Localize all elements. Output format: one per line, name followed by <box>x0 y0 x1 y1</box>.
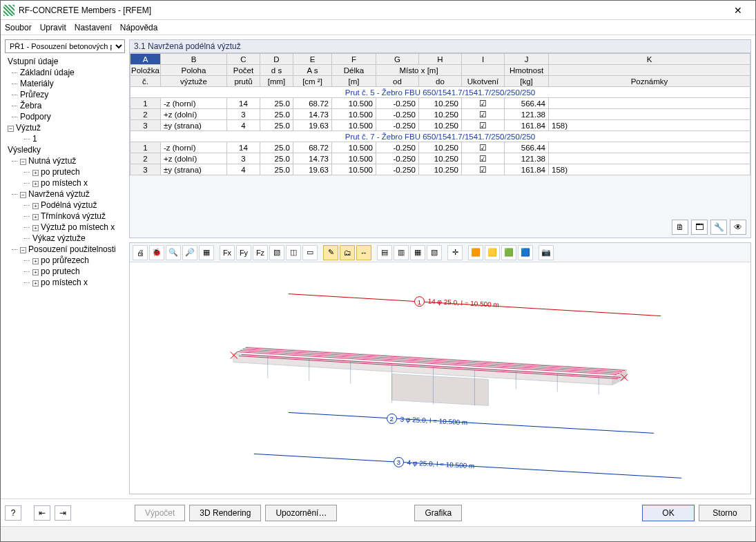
prev-icon[interactable]: ⇤ <box>34 505 50 521</box>
tree-required[interactable]: −Nutná výztuž <box>5 155 125 166</box>
tree-serv-members[interactable]: +po prutech <box>5 266 125 277</box>
graphics-button[interactable]: Grafika <box>414 505 462 521</box>
collapse-icon[interactable]: − <box>20 247 26 253</box>
tree-reinforcement[interactable]: −Výztuž <box>5 122 125 133</box>
layout1-icon[interactable]: ▤ <box>377 245 392 260</box>
render-button[interactable]: 3D Rendering <box>189 505 261 521</box>
col-K[interactable]: K <box>549 54 750 65</box>
expand-icon[interactable]: + <box>32 258 39 264</box>
tree-provided[interactable]: −Navržená výztuž <box>5 188 125 200</box>
tree-prov-stirrup[interactable]: +Třmínková výztuž <box>5 211 125 222</box>
eye-icon[interactable]: 👁 <box>730 220 746 235</box>
ok-button[interactable]: OK <box>642 505 695 521</box>
color2-icon[interactable]: 🟨 <box>485 245 500 260</box>
next-icon[interactable]: ⇥ <box>55 505 71 521</box>
menu-file[interactable]: Soubor <box>5 23 32 32</box>
col-C[interactable]: C <box>227 54 260 65</box>
axis-x-icon[interactable]: Fx <box>220 245 235 260</box>
expand-icon[interactable]: + <box>32 170 39 176</box>
collapse-icon[interactable]: − <box>20 192 26 198</box>
tree-reinforcement-1[interactable]: 1 <box>5 133 125 144</box>
close-icon[interactable]: ✕ <box>724 1 753 20</box>
menu-settings[interactable]: Nastavení <box>75 23 112 32</box>
label-n3: 3 <box>397 458 401 466</box>
tree-serv-sections[interactable]: +po průřezech <box>5 255 125 266</box>
col-E[interactable]: E <box>293 54 332 65</box>
tree-req-locations[interactable]: +po místech x <box>5 177 125 188</box>
expand-icon[interactable]: + <box>32 181 39 187</box>
swap-icon[interactable]: ↔ <box>356 245 371 260</box>
expand-icon[interactable]: + <box>32 269 39 275</box>
axis-y-icon[interactable]: Fy <box>236 245 251 260</box>
expand-icon[interactable]: + <box>32 203 39 209</box>
color4-icon[interactable]: 🟦 <box>518 245 533 260</box>
box-icon[interactable]: ▧ <box>269 245 284 260</box>
pen-icon[interactable]: ✎ <box>323 245 338 260</box>
hdr-hm: Hmotnost <box>505 65 549 76</box>
col-F[interactable]: F <box>332 54 376 65</box>
filter-icon[interactable]: 🔧 <box>710 220 727 235</box>
bug-icon[interactable]: 🐞 <box>149 245 164 260</box>
tree-serviceability[interactable]: −Posouzení použitelnosti <box>5 244 125 255</box>
case-select[interactable]: PŘ1 - Posouzení betonových pr <box>5 39 125 53</box>
layer-icon[interactable]: 🗂 <box>340 245 355 260</box>
table-row[interactable]: 2+z (dolní)325.014.7310.500-0.25010.250☑… <box>130 109 750 120</box>
tree-results[interactable]: Výsledky <box>5 144 125 155</box>
render-label-2: 3 φ 25.0, l = 10.500 m <box>400 415 467 426</box>
expand-icon[interactable]: + <box>32 280 39 287</box>
tree-req-members[interactable]: +po prutech <box>5 166 125 177</box>
table-row[interactable]: 2+z (dolní)325.014.7310.500-0.25010.250☑… <box>130 153 750 164</box>
calc-button[interactable]: Výpočet <box>135 505 185 521</box>
hdr-delka: Délka <box>332 65 376 76</box>
layout3-icon[interactable]: ▦ <box>410 245 425 260</box>
render-view[interactable]: 1 14 φ 25.0, l = 10.500 m <box>130 262 750 494</box>
color3-icon[interactable]: 🟩 <box>501 245 516 260</box>
tree-supports[interactable]: Podpory <box>5 111 125 122</box>
tree-prov-schedule[interactable]: Výkaz výztuže <box>5 233 125 244</box>
table-row[interactable]: 1-z (horní)1425.068.7210.500-0.25010.250… <box>130 98 750 109</box>
col-A[interactable]: A <box>130 54 161 65</box>
help-icon[interactable]: ? <box>5 505 21 521</box>
layout4-icon[interactable]: ▧ <box>427 245 442 260</box>
search-icon[interactable]: 🔎 <box>182 245 197 260</box>
print-icon[interactable]: 🖨 <box>133 245 148 260</box>
menu-edit[interactable]: Upravit <box>40 23 66 32</box>
excel-icon[interactable]: 🗎 <box>672 220 688 235</box>
tree-materials[interactable]: Materiály <box>5 78 125 89</box>
tree-serv-locations[interactable]: +po místech x <box>5 277 125 288</box>
col-D[interactable]: D <box>260 54 293 65</box>
expand-icon[interactable]: + <box>32 225 39 231</box>
results-table[interactable]: A B C D E F G H I J K Položka Polo <box>130 53 750 175</box>
tree-prov-longitudinal[interactable]: +Podélná výztuž <box>5 200 125 211</box>
col-B[interactable]: B <box>161 54 227 65</box>
tree-general[interactable]: Základní údaje <box>5 67 125 78</box>
collapse-icon[interactable]: − <box>20 159 26 165</box>
tree-ribs[interactable]: Žebra <box>5 100 125 111</box>
color1-icon[interactable]: 🟧 <box>468 245 483 260</box>
col-G[interactable]: G <box>376 54 419 65</box>
menu-help[interactable]: Nápověda <box>120 23 158 32</box>
collapse-icon[interactable]: − <box>8 126 14 132</box>
grid-icon[interactable]: ▦ <box>199 245 214 260</box>
expand-icon[interactable]: + <box>32 214 39 220</box>
table-icon[interactable]: 🗔 <box>691 220 708 235</box>
col-J[interactable]: J <box>505 54 549 65</box>
photo-icon[interactable]: 📷 <box>539 245 554 260</box>
layout2-icon[interactable]: ▥ <box>394 245 409 260</box>
tree-prov-locations[interactable]: +Výztuž po místech x <box>5 222 125 233</box>
cube-icon[interactable]: ◫ <box>286 245 301 260</box>
table-row[interactable]: 3±y (strana)425.019.6310.500-0.25010.250… <box>130 164 750 175</box>
axes-icon[interactable]: ✛ <box>447 245 463 260</box>
col-I[interactable]: I <box>462 54 505 65</box>
col-H[interactable]: H <box>419 54 462 65</box>
tree-input-data[interactable]: Vstupní údaje <box>5 56 125 67</box>
cancel-button[interactable]: Storno <box>699 505 751 521</box>
rect-icon[interactable]: ▭ <box>302 245 318 260</box>
axis-z-icon[interactable]: Fz <box>253 245 268 260</box>
table-row[interactable]: 1-z (horní)1425.068.7210.500-0.25010.250… <box>130 142 750 153</box>
tree-sections[interactable]: Průřezy <box>5 89 125 100</box>
zoom-icon[interactable]: 🔍 <box>166 245 181 260</box>
warnings-button[interactable]: Upozornění… <box>265 505 337 521</box>
nav-tree[interactable]: Vstupní údaje Základní údaje Materiály P… <box>5 56 125 494</box>
table-row[interactable]: 3±y (strana)425.019.6310.500-0.25010.250… <box>130 120 750 131</box>
